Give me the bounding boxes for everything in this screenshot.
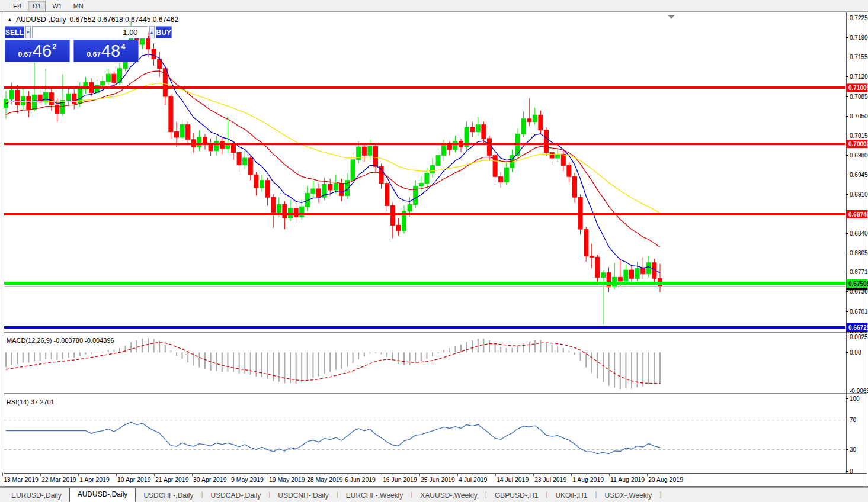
volume-input[interactable] xyxy=(32,26,148,38)
svg-text:0.71005: 0.71005 xyxy=(848,85,868,91)
svg-text:0.72250: 0.72250 xyxy=(850,15,868,21)
svg-text:0.00: 0.00 xyxy=(850,349,861,356)
svg-text:0.71550: 0.71550 xyxy=(850,54,868,60)
svg-text:20 Aug 2019: 20 Aug 2019 xyxy=(648,476,683,483)
chart-tab-usdcad-daily[interactable]: USDCAD-,Daily xyxy=(203,490,269,502)
svg-text:0.69800: 0.69800 xyxy=(850,152,868,159)
svg-text:100: 100 xyxy=(850,395,860,402)
sell-price-main: 46 xyxy=(33,41,52,61)
svg-text:11 Aug 2019: 11 Aug 2019 xyxy=(610,476,645,483)
svg-text:0.68400: 0.68400 xyxy=(850,230,868,237)
svg-text:14 Jul 2019: 14 Jul 2019 xyxy=(497,476,529,483)
rsi-label: RSI(14) 37.2701 xyxy=(7,398,55,406)
buy-button[interactable]: BUY xyxy=(156,26,172,38)
rsi-value: 37.2701 xyxy=(31,398,55,406)
chart-tab-usdx-weekly[interactable]: USDX-,Weekly xyxy=(597,490,660,502)
svg-text:22 Mar 2019: 22 Mar 2019 xyxy=(41,476,76,483)
svg-text:0.71900: 0.71900 xyxy=(850,34,868,41)
macd-label: MACD(12,26,9) -0.003780 -0.004396 xyxy=(7,337,114,344)
svg-text:0.002574: 0.002574 xyxy=(850,334,868,340)
chart-title: ▲ AUDUSD-,Daily 0.67552 0.67618 0.67445 … xyxy=(7,15,178,24)
svg-text:0.70850: 0.70850 xyxy=(850,94,868,100)
volume-increase-button[interactable]: ▲ xyxy=(149,26,155,38)
sell-price-pip: 2 xyxy=(52,42,56,51)
svg-text:0.69450: 0.69450 xyxy=(850,172,868,178)
svg-text:23 Jul 2019: 23 Jul 2019 xyxy=(534,476,566,483)
chart-tab-ukoil-h1[interactable]: UKOil-,H1 xyxy=(547,490,595,502)
svg-text:1 Aug 2019: 1 Aug 2019 xyxy=(572,476,604,483)
svg-text:21 Apr 2019: 21 Apr 2019 xyxy=(155,476,189,483)
buy-price-main: 48 xyxy=(101,41,120,61)
chart-symbol-label: AUDUSD-,Daily xyxy=(16,15,66,24)
svg-text:4 Jul 2019: 4 Jul 2019 xyxy=(459,476,488,483)
collapse-triangle-icon[interactable]: ▲ xyxy=(7,17,12,22)
chart-tab-gbpusd-h1[interactable]: GBPUSD-,H1 xyxy=(487,490,546,502)
svg-text:0.70002: 0.70002 xyxy=(848,141,868,147)
svg-text:1 Apr 2019: 1 Apr 2019 xyxy=(79,476,110,483)
chart-tab-bar: EURUSD-,DailyAUDUSD-,DailyUSDCHF-,Daily|… xyxy=(0,487,868,502)
sell-price-prefix: 0.67 xyxy=(18,50,32,59)
one-click-trade-panel: SELL ▼ ▲ BUY 0.67 46 2 0.67 48 4 xyxy=(5,26,139,62)
svg-text:19 May 2019: 19 May 2019 xyxy=(269,476,305,483)
svg-text:13 Mar 2019: 13 Mar 2019 xyxy=(4,476,39,483)
svg-text:0.67710: 0.67710 xyxy=(850,269,868,275)
svg-text:28 May 2019: 28 May 2019 xyxy=(307,476,343,483)
volume-decrease-button[interactable]: ▼ xyxy=(25,26,31,38)
chart-tab-usdcnh-daily[interactable]: USDCNH-,Daily xyxy=(270,490,336,502)
chart-tab-xauusd-weekly[interactable]: XAUUSD-,Weekly xyxy=(412,490,485,502)
svg-text:0.67010: 0.67010 xyxy=(850,308,868,315)
svg-text:-0.006326: -0.006326 xyxy=(850,388,868,394)
svg-text:16 Jun 2019: 16 Jun 2019 xyxy=(383,476,417,483)
svg-text:0.67508: 0.67508 xyxy=(848,281,868,287)
chart-tab-usdchf-daily[interactable]: USDCHF-,Daily xyxy=(136,490,201,502)
svg-text:0.71200: 0.71200 xyxy=(850,73,868,80)
buy-price-prefix: 0.67 xyxy=(87,50,101,59)
chart-tab-audusd-daily[interactable]: AUDUSD-,Daily xyxy=(69,488,136,502)
chevron-up-icon: ▲ xyxy=(150,30,154,34)
svg-text:9 May 2019: 9 May 2019 xyxy=(231,476,264,483)
svg-text:30: 30 xyxy=(850,446,857,453)
svg-text:25 Jun 2019: 25 Jun 2019 xyxy=(421,476,455,483)
svg-text:10 Apr 2019: 10 Apr 2019 xyxy=(117,476,151,483)
chart-canvas[interactable]: 0.722500.719000.715500.712000.708500.705… xyxy=(0,0,868,502)
svg-text:0.68746: 0.68746 xyxy=(848,211,868,218)
svg-text:6 Jun 2019: 6 Jun 2019 xyxy=(345,476,376,483)
svg-text:0.70150: 0.70150 xyxy=(850,133,868,139)
chart-ohlc-values: 0.67552 0.67618 0.67445 0.67462 xyxy=(70,15,179,24)
chart-tab-eurusd-daily[interactable]: EURUSD-,Daily xyxy=(4,490,69,502)
sell-price-button[interactable]: 0.67 46 2 xyxy=(5,40,70,62)
chevron-down-icon: ▼ xyxy=(26,30,30,34)
svg-text:0.69100: 0.69100 xyxy=(850,191,868,198)
svg-text:30 Apr 2019: 30 Apr 2019 xyxy=(193,476,227,483)
svg-text:0.68050: 0.68050 xyxy=(850,250,868,256)
svg-text:0.66725: 0.66725 xyxy=(848,324,868,331)
svg-text:0: 0 xyxy=(850,468,853,475)
macd-values: -0.003780 -0.004396 xyxy=(53,337,114,344)
svg-text:0.70500: 0.70500 xyxy=(850,113,868,120)
buy-price-pip: 4 xyxy=(121,42,125,51)
sell-button[interactable]: SELL xyxy=(5,26,24,38)
buy-price-button[interactable]: 0.67 48 4 xyxy=(73,40,139,62)
svg-text:70: 70 xyxy=(850,417,857,423)
tab-separator: | xyxy=(659,490,661,500)
chart-tab-eurchf-weekly[interactable]: EURCHF-,Weekly xyxy=(338,490,411,502)
